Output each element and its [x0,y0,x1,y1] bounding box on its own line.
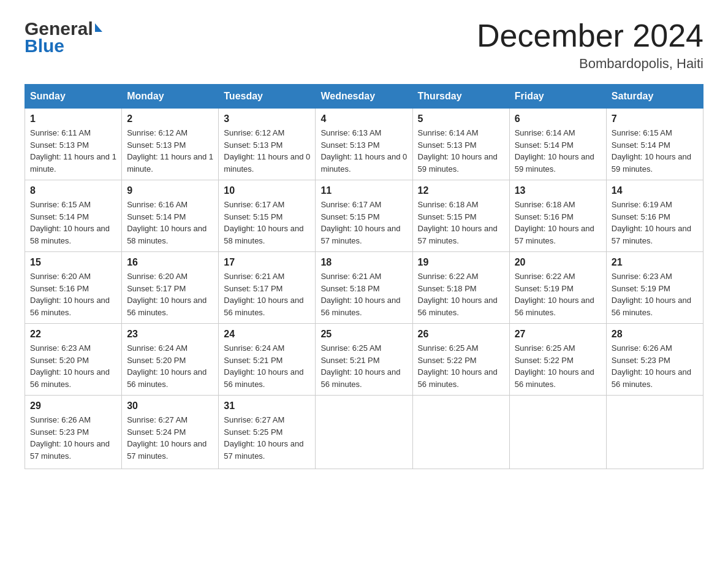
day-info: Sunrise: 6:22 AMSunset: 5:19 PMDaylight:… [515,270,601,318]
calendar-cell: 8Sunrise: 6:15 AMSunset: 5:14 PMDaylight… [25,180,122,252]
day-number: 12 [418,185,504,196]
calendar-cell: 7Sunrise: 6:15 AMSunset: 5:14 PMDaylight… [606,109,703,180]
header-row: Sunday Monday Tuesday Wednesday Thursday… [25,85,703,109]
calendar-cell: 15Sunrise: 6:20 AMSunset: 5:16 PMDayligh… [25,252,122,324]
calendar-cell [606,396,703,469]
calendar-cell: 16Sunrise: 6:20 AMSunset: 5:17 PMDayligh… [122,252,219,324]
calendar-cell: 24Sunrise: 6:24 AMSunset: 5:21 PMDayligh… [219,324,316,396]
calendar-header: Sunday Monday Tuesday Wednesday Thursday… [25,85,703,109]
calendar-body: 1Sunrise: 6:11 AMSunset: 5:13 PMDaylight… [25,109,703,469]
day-number: 3 [224,113,310,124]
calendar-cell: 6Sunrise: 6:14 AMSunset: 5:14 PMDaylight… [509,109,606,180]
logo-arrow-icon [95,23,102,32]
day-number: 21 [612,257,698,268]
day-info: Sunrise: 6:27 AMSunset: 5:25 PMDaylight:… [224,414,310,462]
day-number: 6 [515,113,601,124]
day-number: 15 [30,257,116,268]
day-number: 13 [515,185,601,196]
calendar-cell: 11Sunrise: 6:17 AMSunset: 5:15 PMDayligh… [316,180,412,252]
title-block: December 2024 Bombardopolis, Haiti [477,18,703,72]
calendar-week-3: 15Sunrise: 6:20 AMSunset: 5:16 PMDayligh… [25,252,703,324]
calendar-week-1: 1Sunrise: 6:11 AMSunset: 5:13 PMDaylight… [25,109,703,180]
day-number: 26 [418,329,504,340]
calendar-cell: 28Sunrise: 6:26 AMSunset: 5:23 PMDayligh… [606,324,703,396]
day-number: 24 [224,329,310,340]
day-info: Sunrise: 6:12 AMSunset: 5:13 PMDaylight:… [224,127,310,175]
day-info: Sunrise: 6:11 AMSunset: 5:13 PMDaylight:… [30,127,116,175]
calendar-cell: 13Sunrise: 6:18 AMSunset: 5:16 PMDayligh… [509,180,606,252]
day-info: Sunrise: 6:26 AMSunset: 5:23 PMDaylight:… [612,342,698,390]
day-info: Sunrise: 6:15 AMSunset: 5:14 PMDaylight:… [30,199,116,247]
calendar-cell: 21Sunrise: 6:23 AMSunset: 5:19 PMDayligh… [606,252,703,324]
calendar-cell: 27Sunrise: 6:25 AMSunset: 5:22 PMDayligh… [509,324,606,396]
calendar-cell: 1Sunrise: 6:11 AMSunset: 5:13 PMDaylight… [25,109,122,180]
calendar-week-2: 8Sunrise: 6:15 AMSunset: 5:14 PMDaylight… [25,180,703,252]
calendar-cell: 22Sunrise: 6:23 AMSunset: 5:20 PMDayligh… [25,324,122,396]
calendar-table: Sunday Monday Tuesday Wednesday Thursday… [25,84,703,469]
calendar-cell: 18Sunrise: 6:21 AMSunset: 5:18 PMDayligh… [316,252,412,324]
day-number: 11 [320,185,407,196]
day-info: Sunrise: 6:14 AMSunset: 5:14 PMDaylight:… [515,127,601,175]
day-info: Sunrise: 6:14 AMSunset: 5:13 PMDaylight:… [418,127,504,175]
day-number: 27 [515,329,601,340]
day-number: 2 [127,113,213,124]
day-info: Sunrise: 6:25 AMSunset: 5:21 PMDaylight:… [320,342,407,390]
day-info: Sunrise: 6:18 AMSunset: 5:16 PMDaylight:… [515,199,601,247]
day-info: Sunrise: 6:26 AMSunset: 5:23 PMDaylight:… [30,414,116,462]
logo: General Blue [25,18,102,56]
day-number: 8 [30,185,116,196]
header-tuesday: Tuesday [219,85,316,109]
day-info: Sunrise: 6:24 AMSunset: 5:21 PMDaylight:… [224,342,310,390]
day-info: Sunrise: 6:27 AMSunset: 5:24 PMDaylight:… [127,414,213,462]
calendar-cell: 26Sunrise: 6:25 AMSunset: 5:22 PMDayligh… [412,324,509,396]
day-info: Sunrise: 6:23 AMSunset: 5:20 PMDaylight:… [30,342,116,390]
calendar-cell: 17Sunrise: 6:21 AMSunset: 5:17 PMDayligh… [219,252,316,324]
day-number: 14 [612,185,698,196]
day-info: Sunrise: 6:12 AMSunset: 5:13 PMDaylight:… [127,127,213,175]
day-number: 28 [612,329,698,340]
day-info: Sunrise: 6:15 AMSunset: 5:14 PMDaylight:… [612,127,698,175]
day-number: 9 [127,185,213,196]
day-number: 17 [224,257,310,268]
day-info: Sunrise: 6:13 AMSunset: 5:13 PMDaylight:… [320,127,407,175]
day-info: Sunrise: 6:18 AMSunset: 5:15 PMDaylight:… [418,199,504,247]
calendar-cell: 9Sunrise: 6:16 AMSunset: 5:14 PMDaylight… [122,180,219,252]
calendar-cell: 2Sunrise: 6:12 AMSunset: 5:13 PMDaylight… [122,109,219,180]
day-info: Sunrise: 6:21 AMSunset: 5:18 PMDaylight:… [320,270,407,318]
calendar-cell: 4Sunrise: 6:13 AMSunset: 5:13 PMDaylight… [316,109,412,180]
day-number: 18 [320,257,407,268]
calendar-cell: 29Sunrise: 6:26 AMSunset: 5:23 PMDayligh… [25,396,122,469]
month-title: December 2024 [477,18,703,53]
calendar-cell: 14Sunrise: 6:19 AMSunset: 5:16 PMDayligh… [606,180,703,252]
day-number: 22 [30,329,116,340]
day-info: Sunrise: 6:25 AMSunset: 5:22 PMDaylight:… [418,342,504,390]
day-info: Sunrise: 6:23 AMSunset: 5:19 PMDaylight:… [612,270,698,318]
calendar-cell: 25Sunrise: 6:25 AMSunset: 5:21 PMDayligh… [316,324,412,396]
day-info: Sunrise: 6:16 AMSunset: 5:14 PMDaylight:… [127,199,213,247]
day-number: 20 [515,257,601,268]
day-number: 19 [418,257,504,268]
day-number: 4 [320,113,407,124]
day-number: 31 [224,400,310,412]
day-number: 1 [30,113,116,124]
day-number: 29 [30,400,116,412]
day-number: 16 [127,257,213,268]
day-number: 10 [224,185,310,196]
day-info: Sunrise: 6:25 AMSunset: 5:22 PMDaylight:… [515,342,601,390]
calendar-cell: 31Sunrise: 6:27 AMSunset: 5:25 PMDayligh… [219,396,316,469]
location-subtitle: Bombardopolis, Haiti [477,56,703,72]
calendar-cell [509,396,606,469]
calendar-week-4: 22Sunrise: 6:23 AMSunset: 5:20 PMDayligh… [25,324,703,396]
calendar-cell: 3Sunrise: 6:12 AMSunset: 5:13 PMDaylight… [219,109,316,180]
day-number: 30 [127,400,213,412]
calendar-cell: 23Sunrise: 6:24 AMSunset: 5:20 PMDayligh… [122,324,219,396]
day-number: 7 [612,113,698,124]
calendar-cell: 19Sunrise: 6:22 AMSunset: 5:18 PMDayligh… [412,252,509,324]
calendar-cell [316,396,412,469]
day-number: 25 [320,329,407,340]
header-monday: Monday [122,85,219,109]
day-info: Sunrise: 6:21 AMSunset: 5:17 PMDaylight:… [224,270,310,318]
header-thursday: Thursday [412,85,509,109]
calendar-cell: 20Sunrise: 6:22 AMSunset: 5:19 PMDayligh… [509,252,606,324]
day-info: Sunrise: 6:17 AMSunset: 5:15 PMDaylight:… [320,199,407,247]
